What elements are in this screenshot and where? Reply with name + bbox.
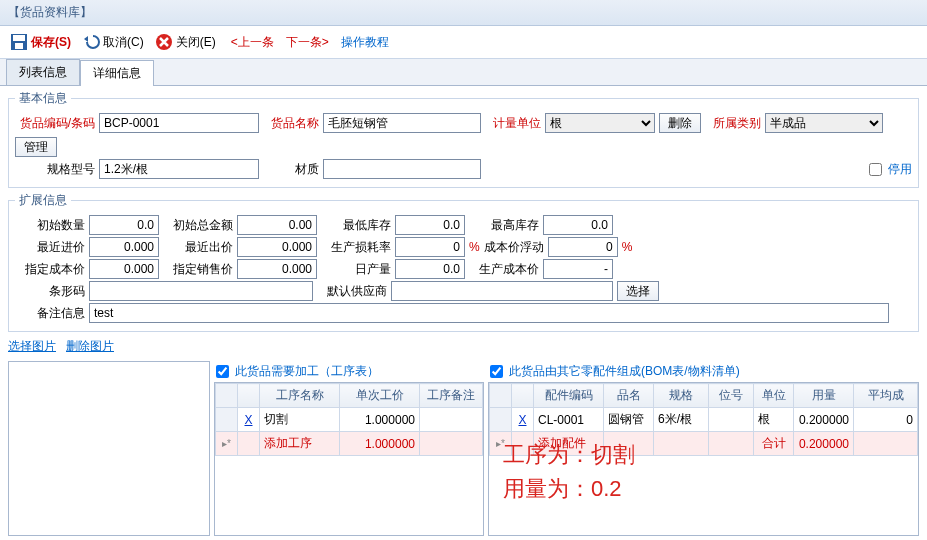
extended-info-fieldset: 扩展信息 初始数量 初始总金额 最低库存 最高库存 最近进价 最近出价 生产损耗… [8, 192, 919, 332]
recent-out-input[interactable] [237, 237, 317, 257]
annotation-line-2: 用量为：0.2 [503, 472, 635, 506]
choose-supplier-button[interactable]: 选择 [617, 281, 659, 301]
col-proc-price: 单次工价 [340, 384, 420, 408]
code-input[interactable] [99, 113, 259, 133]
recent-in-input[interactable] [89, 237, 159, 257]
delete-unit-button[interactable]: 删除 [659, 113, 701, 133]
min-stock-input[interactable] [395, 215, 465, 235]
process-add-row[interactable]: ▸* 添加工序 1.000000 [216, 432, 483, 456]
cost-float-input[interactable] [548, 237, 618, 257]
bom-sum-label: 合计 [754, 432, 794, 456]
bom-grid-header: 配件编码 品名 规格 位号 单位 用量 平均成 [490, 384, 918, 408]
init-qty-label: 初始数量 [15, 217, 85, 234]
min-stock-label: 最低库存 [321, 217, 391, 234]
save-icon [9, 32, 29, 52]
window-title: 【货品资料库】 [8, 5, 92, 19]
process-grid-header: 工序名称 单次工价 工序备注 [216, 384, 483, 408]
bom-name-cell: 圆钢管 [604, 408, 654, 432]
prev-record-link[interactable]: <上一条 [231, 34, 274, 51]
col-proc-name: 工序名称 [260, 384, 340, 408]
cancel-button[interactable]: 取消(C) [78, 30, 147, 54]
stop-checkbox[interactable] [869, 163, 882, 176]
bottom-panels: 此货品需要加工（工序表） 工序名称 单次工价 工序备注 X 切割 1. [8, 361, 919, 536]
col-bom-code: 配件编码 [534, 384, 604, 408]
bom-pos-cell [709, 408, 754, 432]
unit-label: 计量单位 [485, 115, 541, 132]
delete-bom-row-link[interactable]: X [518, 413, 526, 427]
process-needed-label: 此货品需要加工（工序表） [235, 363, 379, 380]
help-link[interactable]: 操作教程 [341, 34, 389, 51]
manage-category-button[interactable]: 管理 [15, 137, 57, 157]
next-record-link[interactable]: 下一条> [286, 34, 329, 51]
init-qty-input[interactable] [89, 215, 159, 235]
category-label: 所属类别 [705, 115, 761, 132]
tab-list-info[interactable]: 列表信息 [6, 59, 80, 85]
set-cost-input[interactable] [89, 259, 159, 279]
save-button[interactable]: 保存(S) [6, 30, 74, 54]
init-amt-label: 初始总金额 [163, 217, 233, 234]
set-sale-label: 指定销售价 [163, 261, 233, 278]
process-needed-checkbox[interactable] [216, 365, 229, 378]
supplier-input[interactable] [391, 281, 613, 301]
max-stock-input[interactable] [543, 215, 613, 235]
material-label: 材质 [263, 161, 319, 178]
supplier-label: 默认供应商 [317, 283, 387, 300]
col-bom-pos: 位号 [709, 384, 754, 408]
close-button[interactable]: 关闭(E) [151, 30, 219, 54]
bom-avg-cell: 0 [854, 408, 918, 432]
delete-image-link[interactable]: 删除图片 [66, 338, 114, 355]
annotation-overlay: 工序为：切割 用量为：0.2 [503, 438, 635, 506]
process-row[interactable]: X 切割 1.000000 [216, 408, 483, 432]
init-amt-input[interactable] [237, 215, 317, 235]
bom-unit-cell: 根 [754, 408, 794, 432]
proc-footer-price: 1.000000 [340, 432, 420, 456]
tab-detail-info[interactable]: 详细信息 [80, 60, 154, 86]
loss-rate-label: 生产损耗率 [321, 239, 391, 256]
save-label: 保存(S) [31, 34, 71, 51]
proc-remark-cell [420, 408, 483, 432]
remark-label: 备注信息 [15, 305, 85, 322]
percent-sign-1: % [469, 240, 480, 254]
set-cost-label: 指定成本价 [15, 261, 85, 278]
content: 基本信息 货品编码/条码 货品名称 计量单位 根 删除 所属类别 半成品 管理 … [0, 86, 927, 540]
annotation-line-1: 工序为：切割 [503, 438, 635, 472]
unit-select[interactable]: 根 [545, 113, 655, 133]
barcode-input[interactable] [89, 281, 313, 301]
basic-info-fieldset: 基本信息 货品编码/条码 货品名称 计量单位 根 删除 所属类别 半成品 管理 … [8, 90, 919, 188]
spec-input[interactable] [99, 159, 259, 179]
select-image-link[interactable]: 选择图片 [8, 338, 56, 355]
spec-label: 规格型号 [15, 161, 95, 178]
image-links-row: 选择图片 删除图片 [8, 336, 919, 357]
add-process-link[interactable]: 添加工序 [264, 436, 312, 450]
cancel-label: 取消(C) [103, 34, 144, 51]
recent-in-label: 最近进价 [15, 239, 85, 256]
stop-label: 停用 [888, 161, 912, 178]
percent-sign-2: % [622, 240, 633, 254]
svg-rect-2 [15, 43, 23, 49]
extended-info-legend: 扩展信息 [15, 192, 71, 209]
max-stock-label: 最高库存 [469, 217, 539, 234]
name-input[interactable] [323, 113, 481, 133]
bom-spec-cell: 6米/根 [654, 408, 709, 432]
set-sale-input[interactable] [237, 259, 317, 279]
bom-checkbox[interactable] [490, 365, 503, 378]
loss-rate-input[interactable] [395, 237, 465, 257]
remark-input[interactable] [89, 303, 889, 323]
bom-label: 此货品由其它零配件组成(BOM表/物料清单) [509, 363, 740, 380]
toolbar: 保存(S) 取消(C) 关闭(E) <上一条 下一条> 操作教程 [0, 26, 927, 59]
svg-rect-1 [13, 35, 25, 41]
prod-cost-input [543, 259, 613, 279]
material-input[interactable] [323, 159, 481, 179]
proc-name-cell: 切割 [260, 408, 340, 432]
process-grid: 工序名称 单次工价 工序备注 X 切割 1.000000 ▸* 添 [214, 382, 484, 536]
daily-out-input[interactable] [395, 259, 465, 279]
col-proc-remark: 工序备注 [420, 384, 483, 408]
category-select[interactable]: 半成品 [765, 113, 883, 133]
image-preview-box [8, 361, 210, 536]
delete-row-link[interactable]: X [244, 413, 252, 427]
code-label: 货品编码/条码 [15, 115, 95, 132]
col-bom-name: 品名 [604, 384, 654, 408]
prod-cost-label: 生产成本价 [469, 261, 539, 278]
bom-row[interactable]: X CL-0001 圆钢管 6米/根 根 0.200000 0 [490, 408, 918, 432]
barcode-label: 条形码 [15, 283, 85, 300]
